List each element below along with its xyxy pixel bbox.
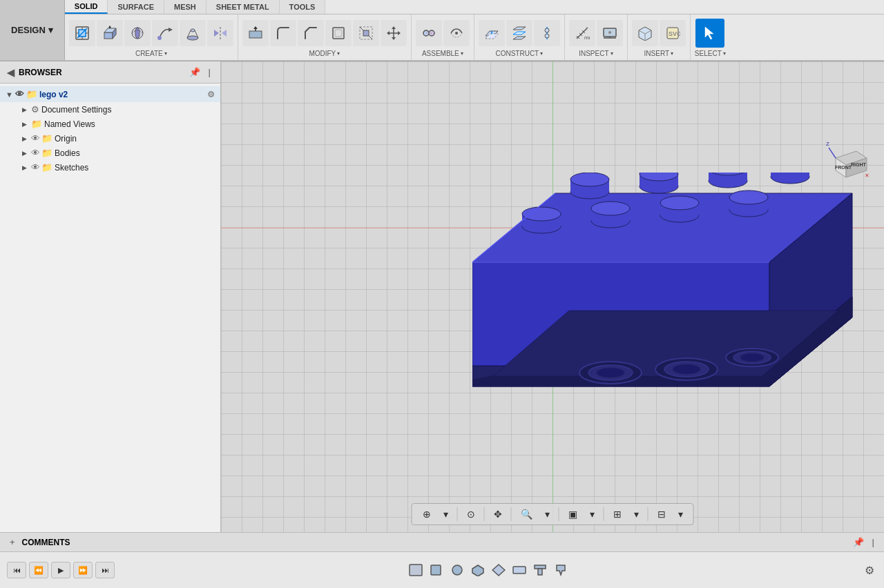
viewport[interactable]: FRONT RIGHT Z ✕ ⊕ ▾ ⊙ ✥ 🔍 ▾ ▣ ▾ bbox=[221, 61, 884, 532]
skip-back-btn[interactable]: ⏮ bbox=[7, 562, 26, 578]
insert-group: SVG INSERT ▾ bbox=[628, 14, 691, 60]
bodies-eye-icon[interactable]: 👁 bbox=[31, 148, 40, 158]
view-mode-arrow[interactable]: ▾ bbox=[585, 506, 599, 522]
environment-btn[interactable]: ⊟ bbox=[653, 506, 671, 522]
tab-solid[interactable]: SOLID bbox=[65, 0, 108, 14]
midplane-btn[interactable] bbox=[506, 20, 532, 46]
construct-label[interactable]: CONSTRUCT ▾ bbox=[495, 50, 543, 57]
sidebar-more-btn[interactable]: | bbox=[206, 66, 213, 79]
tree-item-sketches[interactable]: ▶ 👁 📁 Sketches bbox=[0, 160, 220, 175]
chamfer-btn[interactable] bbox=[298, 20, 324, 46]
comments-pin-btn[interactable]: 📌 bbox=[850, 536, 867, 549]
svg-rect-20 bbox=[335, 30, 342, 37]
sidebar-pin-btn[interactable]: 📌 bbox=[186, 66, 203, 79]
svg-rect-107 bbox=[431, 565, 441, 575]
svg-marker-18 bbox=[253, 26, 258, 29]
svg-marker-27 bbox=[387, 31, 390, 35]
grid-btn[interactable]: ⊞ bbox=[608, 506, 626, 522]
scale-btn[interactable] bbox=[353, 20, 379, 46]
origin-toggle[interactable]: ▶ bbox=[19, 134, 29, 144]
bodies-icons: 👁 📁 bbox=[31, 148, 52, 158]
insert-mesh-btn[interactable] bbox=[632, 20, 658, 46]
inspect-label[interactable]: INSPECT ▾ bbox=[579, 50, 613, 57]
select-label[interactable]: SELECT ▾ bbox=[695, 50, 726, 57]
move-btn[interactable] bbox=[381, 20, 407, 46]
create-label[interactable]: CREATE ▾ bbox=[135, 50, 167, 57]
view-cube[interactable]: FRONT RIGHT Z ✕ bbox=[822, 137, 870, 186]
tab-tools[interactable]: TOOLS bbox=[280, 0, 326, 14]
root-settings-icon[interactable]: ⚙ bbox=[207, 90, 215, 99]
svg-point-10 bbox=[157, 36, 162, 40]
tab-mesh[interactable]: MESH bbox=[164, 0, 206, 14]
named-views-toggle[interactable]: ▶ bbox=[19, 119, 29, 129]
offset-plane-btn[interactable] bbox=[479, 20, 505, 46]
assemble-label[interactable]: ASSEMBLE ▾ bbox=[422, 50, 463, 57]
orbit-btn[interactable]: ⊙ bbox=[462, 506, 480, 522]
timeline-circle-btn[interactable] bbox=[448, 562, 466, 578]
zoom-btn[interactable]: 🔍 bbox=[516, 506, 537, 522]
tab-surface[interactable]: SURFACE bbox=[108, 0, 164, 14]
sidebar-collapse-arrow[interactable]: ◀ bbox=[7, 67, 15, 78]
timeline-rect-btn[interactable] bbox=[510, 562, 528, 578]
svg-marker-109 bbox=[472, 565, 483, 576]
tree-item-bodies[interactable]: ▶ 👁 📁 Bodies bbox=[0, 146, 220, 160]
view-mode-btn[interactable]: ▣ bbox=[564, 506, 582, 522]
extrude-btn[interactable] bbox=[97, 20, 123, 46]
tree-item-named-views[interactable]: ▶ 📁 Named Views bbox=[0, 117, 220, 131]
root-visibility-icon[interactable]: 👁 bbox=[15, 89, 24, 99]
joint-btn[interactable] bbox=[416, 20, 442, 46]
insert-label[interactable]: INSERT ▾ bbox=[644, 50, 674, 57]
revolve-btn[interactable] bbox=[124, 20, 151, 46]
design-button[interactable]: DESIGN ▾ bbox=[0, 0, 65, 60]
timeline-arrow-btn[interactable] bbox=[552, 562, 570, 578]
timeline-frame-btn[interactable] bbox=[407, 562, 425, 578]
press-pull-btn[interactable] bbox=[242, 20, 269, 46]
skip-forward-btn[interactable]: ⏭ bbox=[95, 562, 115, 578]
svg-point-49 bbox=[608, 31, 611, 34]
select-btn[interactable] bbox=[695, 19, 724, 48]
timeline-poly-btn[interactable] bbox=[469, 562, 487, 578]
origin-eye-icon[interactable]: 👁 bbox=[31, 133, 40, 144]
doc-settings-icons: ⚙ bbox=[31, 104, 39, 115]
svg-point-89 bbox=[597, 368, 624, 378]
comments-separator[interactable]: | bbox=[869, 536, 877, 549]
env-arrow[interactable]: ▾ bbox=[673, 506, 688, 522]
fillet-btn[interactable] bbox=[270, 20, 296, 46]
design-arrow: ▾ bbox=[48, 25, 53, 35]
playback-controls: ⏮ ⏪ ▶ ⏩ ⏭ bbox=[7, 562, 115, 578]
timeline-settings-btn[interactable]: ⚙ bbox=[862, 561, 877, 580]
doc-settings-toggle[interactable]: ▶ bbox=[19, 105, 29, 115]
timeline-diamond-btn[interactable] bbox=[490, 562, 508, 578]
sketches-toggle[interactable]: ▶ bbox=[19, 163, 29, 173]
timeline-box-btn[interactable] bbox=[427, 562, 445, 578]
measure-btn[interactable]: mm bbox=[569, 20, 595, 46]
tab-sheet-metal[interactable]: SHEET METAL bbox=[206, 0, 280, 14]
sweep-btn[interactable] bbox=[152, 20, 178, 46]
motion-link-btn[interactable] bbox=[443, 20, 470, 46]
tree-root[interactable]: ▼ 👁 📁 lego v2 ⚙ bbox=[0, 86, 220, 102]
mirror-btn[interactable] bbox=[207, 20, 233, 46]
loft-btn[interactable] bbox=[180, 20, 206, 46]
create-sketch-btn[interactable] bbox=[69, 20, 95, 46]
grid-arrow[interactable]: ▾ bbox=[629, 506, 644, 522]
svg-marker-114 bbox=[557, 565, 565, 575]
play-btn[interactable]: ▶ bbox=[51, 562, 70, 578]
comments-expand-btn[interactable]: + bbox=[7, 536, 18, 549]
origin-display-btn[interactable]: ⊕ bbox=[418, 506, 436, 522]
sketches-eye-icon[interactable]: 👁 bbox=[31, 162, 40, 173]
prev-btn[interactable]: ⏪ bbox=[29, 562, 48, 578]
zoom-arrow[interactable]: ▾ bbox=[540, 506, 555, 522]
tree-item-origin[interactable]: ▶ 👁 📁 Origin bbox=[0, 131, 220, 146]
next-btn[interactable]: ⏩ bbox=[73, 562, 93, 578]
display-settings-btn[interactable] bbox=[597, 20, 623, 46]
axis-btn[interactable] bbox=[534, 20, 560, 46]
shell-btn[interactable] bbox=[325, 20, 352, 46]
modify-label[interactable]: MODIFY ▾ bbox=[309, 50, 340, 57]
tree-root-toggle[interactable]: ▼ bbox=[6, 90, 13, 99]
pan-btn[interactable]: ✥ bbox=[489, 506, 507, 522]
tree-item-document-settings[interactable]: ▶ ⚙ Document Settings bbox=[0, 102, 220, 117]
timeline-t-btn[interactable] bbox=[531, 562, 549, 578]
bodies-toggle[interactable]: ▶ bbox=[19, 148, 29, 158]
insert-svg-btn[interactable]: SVG bbox=[660, 20, 686, 46]
vp-arrow[interactable]: ▾ bbox=[439, 506, 453, 522]
